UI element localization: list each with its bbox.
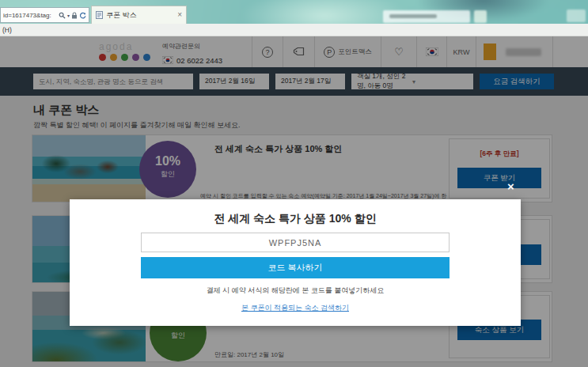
- browser-tab[interactable]: 쿠폰 박스 ×: [91, 6, 187, 24]
- menu-bar-text[interactable]: (H): [2, 26, 12, 34]
- screen: id=1617473&tag: ▾ 쿠폰 박스 × (H) agoda: [0, 0, 588, 367]
- coupon-code-modal: 전 세계 숙소 특가 상품 10% 할인 코드 복사하기 결제 시 예약 서식의…: [70, 199, 521, 326]
- address-bar-url[interactable]: id=1617473&tag:: [3, 12, 56, 19]
- browser-top: id=1617473&tag: ▾ 쿠폰 박스 ×: [0, 0, 588, 24]
- search-dropdown-caret-icon[interactable]: ▾: [67, 13, 70, 18]
- tab-close-icon[interactable]: ×: [177, 11, 182, 19]
- blurred-window: [474, 10, 487, 23]
- lock-icon: [71, 8, 78, 22]
- tab-title: 쿠폰 박스: [106, 10, 174, 21]
- tab-favicon-icon: [96, 8, 103, 22]
- coupon-code-field[interactable]: [141, 233, 450, 252]
- address-bar[interactable]: id=1617473&tag: ▾: [0, 7, 89, 23]
- search-applicable-hotels-link[interactable]: 본 쿠폰이 적용되는 숙소 검색하기: [70, 303, 521, 313]
- blurred-window: [567, 9, 586, 22]
- refresh-icon[interactable]: [79, 8, 86, 22]
- browser-menu-bar: (H): [0, 24, 588, 36]
- modal-title: 전 세계 숙소 특가 상품 10% 할인: [70, 212, 521, 226]
- site-page: agoda 예약관련문의 02 6022 2443 ? P: [0, 36, 588, 367]
- blurred-window: [383, 10, 470, 23]
- search-icon[interactable]: [59, 8, 66, 22]
- modal-instruction: 결제 시 예약 서식의 해당란에 본 코드를 붙여넣기하세요: [70, 286, 521, 296]
- modal-close-icon[interactable]: ×: [507, 180, 514, 193]
- copy-code-button[interactable]: 코드 복사하기: [141, 257, 450, 278]
